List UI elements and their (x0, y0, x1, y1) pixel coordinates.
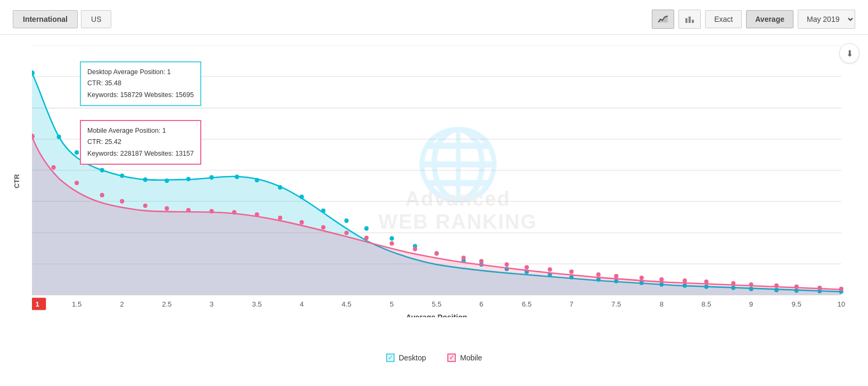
svg-point-82 (51, 165, 55, 170)
svg-point-101 (479, 259, 484, 263)
svg-point-55 (278, 185, 282, 189)
tooltip-desktop-ctr: CTR: 35.48 (87, 78, 194, 89)
svg-point-114 (774, 284, 779, 288)
svg-point-91 (255, 212, 259, 216)
svg-point-98 (413, 247, 417, 251)
svg-point-109 (659, 277, 664, 282)
svg-text:9: 9 (749, 300, 753, 308)
international-button[interactable]: International (13, 10, 78, 28)
svg-point-47 (100, 168, 104, 172)
svg-point-108 (640, 276, 644, 280)
area-chart-icon (658, 15, 668, 23)
svg-point-57 (321, 208, 325, 213)
legend-mobile-label: Mobile (460, 353, 482, 362)
svg-point-60 (390, 236, 394, 240)
bar-chart-icon (685, 15, 694, 23)
svg-point-85 (120, 199, 124, 203)
svg-text:4.5: 4.5 (342, 300, 351, 308)
svg-text:4: 4 (300, 300, 304, 308)
svg-point-100 (461, 255, 465, 260)
desktop-checkbox[interactable]: ✓ (386, 353, 395, 362)
mobile-checkbox[interactable]: ✓ (447, 353, 456, 362)
svg-point-44 (32, 70, 35, 76)
svg-point-115 (795, 285, 799, 289)
svg-point-88 (186, 208, 191, 212)
svg-point-106 (596, 272, 601, 277)
tooltip-mobile-title: Mobile Average Position: 1 (87, 125, 194, 136)
svg-point-96 (364, 236, 369, 240)
svg-text:9.5: 9.5 (791, 300, 801, 308)
svg-point-104 (548, 267, 552, 271)
tooltip-desktop-title: Desktop Average Position: 1 (87, 67, 194, 78)
legend: ✓ Desktop ✓ Mobile (0, 349, 868, 371)
svg-text:8.5: 8.5 (701, 300, 711, 308)
svg-point-92 (278, 216, 282, 220)
legend-mobile: ✓ Mobile (447, 353, 482, 362)
svg-point-53 (235, 175, 239, 179)
svg-point-50 (165, 179, 169, 183)
date-select[interactable]: May 2019 Apr 2019 Mar 2019 Feb 2019 Jan … (798, 10, 855, 29)
svg-point-99 (435, 251, 439, 255)
bar-chart-button[interactable] (678, 10, 701, 29)
svg-point-46 (75, 150, 79, 155)
svg-point-102 (505, 262, 509, 267)
tooltip-desktop-keywords: Keywords: 158729 Websites: 15695 (87, 90, 194, 101)
svg-point-113 (749, 282, 753, 286)
svg-point-110 (683, 278, 687, 283)
svg-point-54 (255, 178, 259, 182)
legend-desktop: ✓ Desktop (386, 353, 426, 362)
tooltip-mobile: Mobile Average Position: 1 CTR: 25.42 Ke… (80, 120, 201, 165)
svg-point-83 (75, 181, 79, 185)
svg-text:5.5: 5.5 (432, 300, 441, 308)
svg-text:Average Position: Average Position (406, 313, 467, 317)
mobile-check-icon: ✓ (449, 354, 454, 361)
svg-point-45 (57, 135, 61, 139)
desktop-check-icon: ✓ (388, 354, 393, 361)
svg-point-93 (300, 220, 304, 224)
svg-text:2.5: 2.5 (162, 300, 171, 308)
svg-point-90 (232, 210, 236, 214)
exact-button[interactable]: Exact (705, 10, 742, 28)
svg-point-94 (321, 225, 325, 229)
svg-point-56 (300, 195, 304, 199)
svg-text:2: 2 (120, 300, 124, 308)
svg-point-52 (209, 175, 214, 180)
svg-point-111 (704, 279, 708, 284)
svg-text:7: 7 (569, 300, 573, 308)
svg-point-49 (143, 178, 148, 182)
area-chart-button[interactable] (652, 10, 674, 29)
y-axis-label: CTR (13, 174, 21, 189)
svg-rect-2 (689, 17, 691, 23)
svg-text:8: 8 (660, 300, 664, 308)
svg-text:5: 5 (390, 300, 394, 308)
svg-point-103 (525, 265, 529, 269)
right-controls: Exact Average May 2019 Apr 2019 Mar 2019… (652, 10, 855, 29)
svg-point-84 (100, 193, 104, 197)
svg-point-95 (345, 231, 349, 235)
svg-text:10: 10 (837, 300, 845, 308)
svg-point-51 (186, 177, 191, 181)
tooltip-mobile-keywords: Keywords: 228187 Websites: 13157 (87, 148, 194, 159)
svg-point-116 (817, 286, 822, 290)
average-button[interactable]: Average (746, 10, 793, 28)
svg-point-87 (165, 206, 169, 211)
chart-area: CTR 🌐 Advanced WEB RANKING Desktop Avera… (32, 45, 852, 317)
us-button[interactable]: US (81, 10, 111, 28)
svg-point-86 (143, 204, 148, 208)
svg-rect-3 (692, 20, 694, 23)
svg-point-59 (364, 226, 369, 230)
svg-text:3.5: 3.5 (252, 300, 261, 308)
svg-text:1.5: 1.5 (72, 300, 81, 308)
svg-point-112 (731, 281, 735, 285)
svg-text:3: 3 (210, 300, 214, 308)
tooltip-mobile-ctr: CTR: 25.42 (87, 136, 194, 148)
svg-point-105 (569, 269, 574, 274)
svg-point-58 (345, 219, 349, 223)
region-buttons: International US (13, 10, 111, 28)
svg-text:6: 6 (479, 300, 483, 308)
svg-point-48 (120, 173, 124, 178)
chart-container: ⬇ CTR 🌐 Advanced WEB RANKING Desktop Ave… (0, 35, 868, 349)
tooltip-desktop: Desktop Average Position: 1 CTR: 35.48 K… (80, 61, 201, 106)
svg-rect-1 (685, 18, 687, 23)
svg-text:7.5: 7.5 (611, 300, 621, 308)
